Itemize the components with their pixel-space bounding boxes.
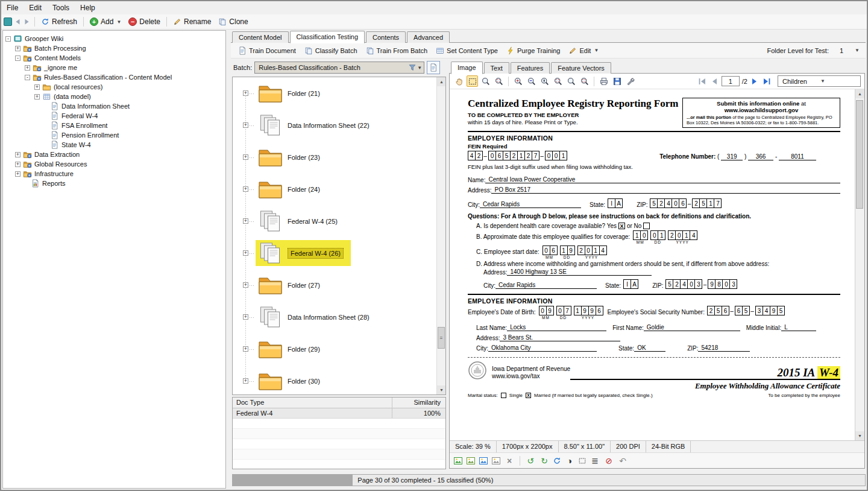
- tab-features[interactable]: Features: [511, 62, 550, 74]
- image-export-icon[interactable]: [479, 456, 488, 466]
- menu-file[interactable]: File: [1, 1, 24, 14]
- zoom-actual-size-button[interactable]: [539, 75, 550, 87]
- previous-page-icon[interactable]: [709, 77, 719, 86]
- tab-contents[interactable]: Contents: [366, 31, 406, 43]
- table-row[interactable]: Federal W-4 100%: [233, 408, 445, 419]
- folder-level-value[interactable]: 1: [834, 47, 849, 54]
- batch-item-folder-24[interactable]: +Folder (24): [233, 173, 445, 205]
- expander-icon[interactable]: +: [15, 152, 20, 157]
- clear-icon[interactable]: ×: [504, 456, 515, 466]
- set-content-type-button[interactable]: Set Content Type: [432, 45, 502, 56]
- tree-item-state-w4[interactable]: State W-4: [3, 140, 225, 150]
- edit-button[interactable]: Edit▼: [565, 45, 602, 56]
- save-button[interactable]: [611, 75, 623, 87]
- tree-item-data-information-sheet[interactable]: Data Information Sheet: [3, 101, 225, 111]
- tree-item-grooper-wiki[interactable]: -Grooper Wiki: [3, 34, 225, 43]
- pan-hand-tool[interactable]: [453, 75, 465, 87]
- tree-item-data-model[interactable]: +(data model): [3, 92, 225, 101]
- children-combo[interactable]: Children▼: [778, 75, 861, 87]
- rename-button[interactable]: Rename: [170, 16, 214, 27]
- expander-icon[interactable]: +: [243, 154, 248, 160]
- filter-funnel-icon[interactable]: [408, 63, 417, 72]
- expander-icon[interactable]: +: [15, 162, 20, 167]
- expander-icon[interactable]: +: [243, 282, 248, 288]
- document-scrollbar[interactable]: ▲ ▼: [855, 89, 864, 440]
- scroll-down-icon[interactable]: ▼: [437, 385, 446, 394]
- expander-icon[interactable]: -: [5, 36, 11, 42]
- doc-type-column-header[interactable]: Doc Type: [233, 398, 392, 408]
- zoom-region-tool[interactable]: [493, 75, 505, 87]
- expander-icon[interactable]: -: [15, 55, 20, 61]
- line-removal-icon[interactable]: ≣: [590, 456, 600, 466]
- image-process-icon[interactable]: [453, 456, 463, 466]
- expander-icon[interactable]: +: [243, 346, 248, 352]
- tree-item-global-resources[interactable]: +Global Resources: [3, 159, 225, 169]
- invert-colors-icon[interactable]: ◑: [564, 456, 575, 466]
- tree-item-pension-enrollment[interactable]: Pension Enrollment: [3, 130, 225, 140]
- batch-tree-scrollbar[interactable]: ▲ ≡ ▼: [436, 77, 445, 394]
- tree-item-fsa-enrollment[interactable]: FSA Enrollment: [3, 121, 225, 130]
- expander-icon[interactable]: -: [25, 75, 30, 80]
- similarity-column-header[interactable]: Similarity: [392, 398, 445, 408]
- undo-icon[interactable]: ↶: [617, 456, 628, 466]
- select-region-tool[interactable]: [467, 75, 478, 87]
- expander-icon[interactable]: +: [15, 171, 20, 177]
- batch-item-folder-29[interactable]: +Folder (29): [233, 333, 445, 365]
- tab-text[interactable]: Text: [484, 62, 509, 74]
- zoom-fit-height-button[interactable]: [579, 75, 590, 87]
- tree-item-infrastructure[interactable]: +Infrastructure: [3, 169, 225, 179]
- tree-item-ignore-me[interactable]: +_ignore me: [3, 63, 225, 72]
- tab-content-model[interactable]: Content Model: [232, 31, 289, 43]
- zoom-tool[interactable]: [480, 75, 491, 87]
- classify-batch-button[interactable]: Classify Batch: [301, 45, 361, 56]
- expander-icon[interactable]: +: [34, 94, 40, 100]
- zoom-fit-button[interactable]: [552, 75, 564, 87]
- clone-button[interactable]: Clone: [215, 16, 251, 27]
- tree-item-batch-processing[interactable]: +Batch Processing: [3, 43, 225, 53]
- scrollbar-thumb[interactable]: [856, 100, 863, 209]
- zoom-fit-width-button[interactable]: [565, 75, 577, 87]
- expander-icon[interactable]: +: [243, 250, 248, 256]
- tree-item-rules-based-classification[interactable]: -Rules-Based Classification - Content Mo…: [3, 72, 225, 82]
- expander-icon[interactable]: +: [15, 46, 20, 51]
- view-batch-button[interactable]: [427, 61, 440, 74]
- first-page-icon[interactable]: [697, 77, 707, 86]
- chevron-down-icon[interactable]: ▼: [855, 48, 860, 53]
- batch-item-federal-w4-25[interactable]: +Federal W-4 (25): [233, 205, 445, 237]
- batch-item-folder-30[interactable]: +Folder (30): [233, 365, 445, 395]
- page-number-input[interactable]: 1: [722, 76, 740, 86]
- tab-classification-testing[interactable]: Classification Testing: [290, 31, 365, 43]
- print-button[interactable]: [598, 75, 609, 87]
- crop-icon[interactable]: [578, 457, 587, 465]
- navigator-icon[interactable]: [4, 17, 12, 26]
- batch-item-folder-23[interactable]: +Folder (23): [233, 141, 445, 173]
- image-annotate-icon[interactable]: [466, 456, 476, 466]
- expander-icon[interactable]: +: [25, 65, 30, 71]
- scrollbar-thumb[interactable]: ≡: [438, 327, 445, 349]
- scroll-up-icon[interactable]: ▲: [437, 77, 446, 86]
- expander-icon[interactable]: +: [243, 378, 248, 384]
- scroll-down-icon[interactable]: ▼: [855, 431, 864, 440]
- expander-icon[interactable]: +: [243, 218, 248, 224]
- batch-item-data-information-sheet-28[interactable]: +Data Information Sheet (28): [233, 301, 445, 333]
- expander-icon[interactable]: +: [34, 84, 40, 90]
- batch-item-data-information-sheet-22[interactable]: +Data Information Sheet (22): [233, 109, 445, 141]
- last-page-icon[interactable]: [762, 77, 772, 86]
- zoom-in-button[interactable]: [512, 75, 524, 87]
- tree-item-reports[interactable]: Reports: [3, 179, 225, 188]
- reload-image-icon[interactable]: [553, 457, 561, 465]
- train-document-button[interactable]: Train Document: [234, 45, 300, 56]
- next-page-icon[interactable]: [750, 77, 760, 86]
- menu-tools[interactable]: Tools: [47, 1, 75, 14]
- menu-help[interactable]: Help: [75, 1, 101, 14]
- menu-edit[interactable]: Edit: [24, 1, 47, 14]
- batch-item-folder-21[interactable]: +Folder (21): [233, 77, 445, 109]
- tree-item-local-resources[interactable]: +(local resources): [3, 82, 225, 92]
- delete-button[interactable]: − Delete: [125, 16, 163, 27]
- viewer-settings-button[interactable]: [624, 75, 636, 87]
- refresh-button[interactable]: Refresh: [38, 16, 80, 27]
- scroll-up-icon[interactable]: ▲: [855, 89, 864, 98]
- tree-item-data-extraction[interactable]: +Data Extraction: [3, 150, 225, 159]
- batch-item-federal-w4-26-selected[interactable]: +Federal W-4 (26): [233, 237, 445, 269]
- batch-combo[interactable]: Rules-Based Classification - Batch ▼: [254, 62, 424, 74]
